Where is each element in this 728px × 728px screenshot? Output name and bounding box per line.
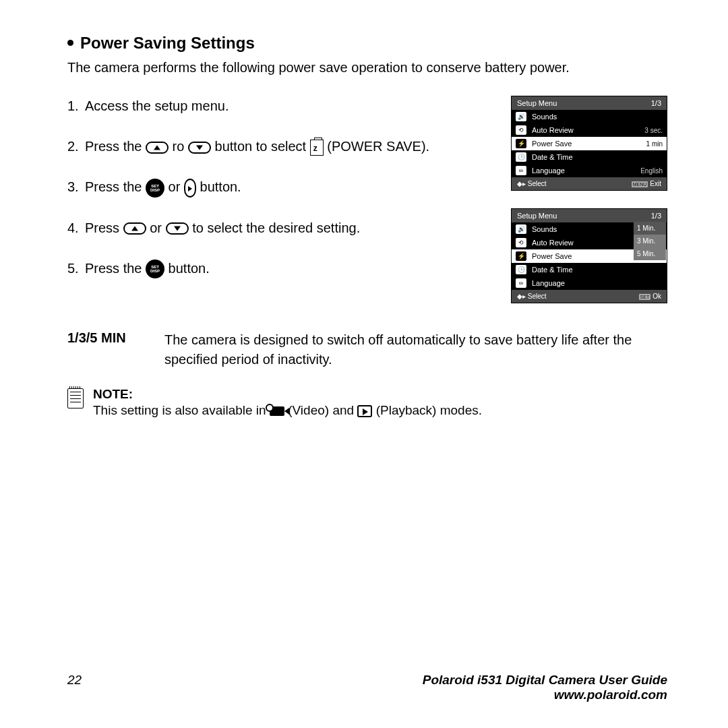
language-icon: ∞	[516, 278, 526, 288]
heading-text: Power Saving Settings	[80, 34, 255, 52]
menu-row-date-time: 🕒Date & Time	[512, 263, 667, 276]
note-title: NOTE:	[93, 387, 482, 402]
step-4-text-b: or	[150, 220, 165, 235]
options-column: 1 Min. 3 Min. 5 Min.	[634, 222, 666, 260]
option-3min: 3 Min.	[634, 235, 666, 247]
menu-row-power-save: ⚡Power Save1 min	[512, 137, 667, 150]
menu-page: 1/3	[651, 212, 661, 220]
step-4-text-c: to select the desired setting.	[192, 220, 360, 235]
clock-icon: 🕒	[516, 265, 526, 274]
menu-row-date-time: 🕒Date & Time	[512, 150, 667, 164]
video-mode-icon	[270, 406, 284, 416]
footer-select: ◆▸ Select	[517, 180, 547, 187]
footer-exit: MENUExit	[632, 180, 661, 187]
menu-title: Setup Menu	[517, 99, 557, 107]
sound-icon: 🔊	[516, 224, 526, 234]
footer-select: ◆▸ Select	[517, 293, 547, 300]
description-row: 1/3/5 MIN The camera is designed to swit…	[67, 330, 667, 369]
sound-icon: 🔊	[516, 112, 526, 121]
power-save-icon	[310, 140, 324, 156]
step-3: 3. Press the SETDISP or button.	[67, 177, 491, 198]
step-5: 5. Press the SETDISP button.	[67, 258, 491, 279]
description-key: 1/3/5 MIN	[67, 330, 148, 369]
steps-list: 1.Access the setup menu. 2. Press the ro…	[67, 96, 491, 303]
screenshot-column: Setup Menu 1/3 🔊Sounds ⟲Auto Review3 sec…	[511, 96, 667, 303]
intro-text: The camera performs the following power …	[67, 58, 667, 77]
footer-ok: SETOk	[639, 293, 661, 300]
note-row: NOTE: This setting is also available in …	[67, 387, 667, 418]
step-3-text-c: button.	[200, 179, 241, 194]
step-5-text-a: Press the	[85, 261, 146, 276]
down-button-icon	[188, 142, 211, 154]
menu-row-auto-review: ⟲Auto Review3 sec.	[512, 123, 667, 137]
bullet-icon	[67, 40, 73, 46]
menu-title: Setup Menu	[517, 212, 557, 220]
step-1: 1.Access the setup menu.	[67, 96, 491, 116]
step-5-text-b: button.	[169, 261, 210, 276]
setup-menu-screenshot-2: Setup Menu 1/3 🔊Sounds ⟲Auto Review ⚡Pow…	[511, 208, 667, 303]
step-3-text-a: Press the	[85, 179, 146, 194]
step-2-text-a: Press the	[85, 139, 146, 154]
menu-page: 1/3	[651, 99, 661, 107]
clock-icon: 🕒	[516, 152, 526, 162]
up-button-icon	[123, 222, 146, 235]
language-icon: ∞	[516, 166, 526, 175]
step-4-text-a: Press	[85, 220, 123, 235]
note-text: This setting is also available in (Video…	[93, 403, 482, 418]
playback-mode-icon	[357, 405, 372, 417]
option-1min: 1 Min.	[634, 222, 666, 235]
step-2: 2. Press the ro button to select (POWER …	[67, 136, 491, 156]
power-save-icon: ⚡	[516, 251, 526, 261]
down-button-icon	[166, 222, 189, 235]
step-3-text-b: or	[169, 179, 184, 194]
up-button-icon	[146, 142, 169, 154]
review-icon: ⟲	[516, 238, 526, 247]
power-save-icon: ⚡	[516, 139, 526, 148]
menu-row-language: ∞Language	[512, 276, 667, 290]
page-footer: 22 Polaroid i531 Digital Camera User Gui…	[67, 673, 667, 702]
page-number: 22	[67, 673, 82, 702]
setup-menu-screenshot-1: Setup Menu 1/3 🔊Sounds ⟲Auto Review3 sec…	[511, 96, 667, 191]
step-1-text: Access the setup menu.	[85, 96, 491, 116]
menu-row-sounds: 🔊Sounds	[512, 110, 667, 123]
option-5min: 5 Min.	[634, 247, 666, 260]
note-icon	[67, 388, 84, 408]
guide-title: Polaroid i531 Digital Camera User Guide	[423, 673, 667, 687]
set-disp-button-icon: SETDISP	[146, 260, 164, 278]
section-heading: Power Saving Settings	[67, 34, 667, 53]
step-2-text-c: button to select	[215, 139, 310, 154]
review-icon: ⟲	[516, 125, 526, 135]
step-4: 4. Press or to select the desired settin…	[67, 218, 491, 238]
step-2-text-b: ro	[173, 139, 188, 154]
guide-url: www.polaroid.com	[554, 688, 667, 702]
step-2-text-d: (POWER SAVE).	[327, 139, 429, 154]
right-button-icon	[184, 179, 196, 198]
menu-row-language: ∞LanguageEnglish	[512, 164, 667, 177]
set-disp-button-icon: SETDISP	[146, 179, 164, 198]
description-value: The camera is designed to switch off aut…	[164, 330, 667, 369]
